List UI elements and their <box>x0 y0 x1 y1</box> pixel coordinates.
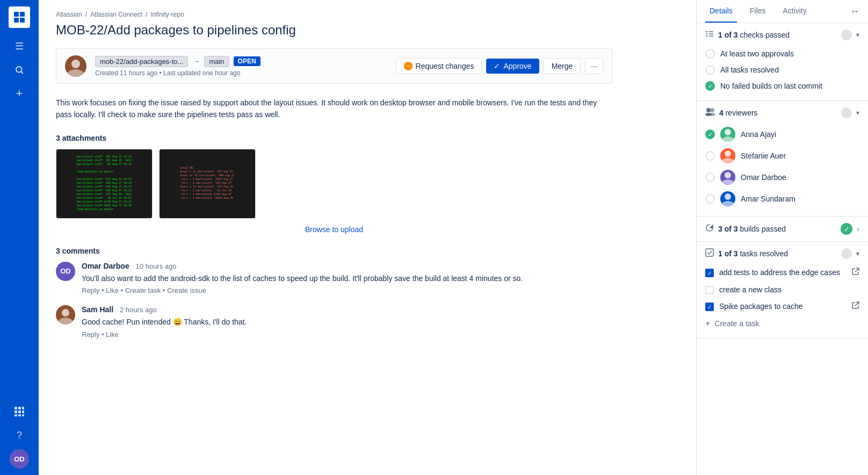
tasks-checkbox-icon <box>705 248 714 259</box>
approve-button[interactable]: ✓ Approve <box>486 59 539 74</box>
user-avatar[interactable]: OD <box>10 449 29 469</box>
comment-text-2: Good cache! Pun intended 😄 Thanks, I'll … <box>82 316 612 328</box>
svg-point-16 <box>67 69 84 77</box>
menu-icon[interactable]: ☰ <box>10 37 29 56</box>
task-link-icon-3[interactable] <box>852 301 859 311</box>
svg-point-17 <box>62 309 69 316</box>
app-logo[interactable] <box>9 6 30 28</box>
reply-link-1[interactable]: Reply <box>82 286 99 294</box>
tab-files[interactable]: Files <box>746 0 770 23</box>
comment-body-2: Sam Hall 2 hours ago Good cache! Pun int… <box>82 305 612 338</box>
attachment-2[interactable]: total 90 drwxr-x 11 barryclark 374 Aug 3… <box>159 149 256 219</box>
reviewers-list: ✓ Anna Ajayi Stefanie Auer <box>705 124 859 210</box>
breadcrumb: Atlassian / Atlassian Connect / Infinity… <box>56 11 612 18</box>
checks-chevron-icon: ▾ <box>856 31 859 39</box>
breadcrumb-connect[interactable]: Atlassian Connect <box>90 11 142 18</box>
check-label-builds: No failed builds on last commit <box>720 82 822 90</box>
tasks-title: 1 of 3 tasks resolved <box>718 249 837 258</box>
svg-point-31 <box>725 150 731 157</box>
check-circle-approvals <box>705 49 715 59</box>
reviewer-item: Omar Darboe <box>705 167 859 188</box>
search-icon[interactable] <box>10 60 29 80</box>
comments-section: 3 comments OD Omar Darboe 10 hours ago Y… <box>56 247 612 339</box>
breadcrumb-repo[interactable]: Infinity-repo <box>150 11 184 18</box>
pr-status-badge: OPEN <box>234 56 261 66</box>
browse-upload-link[interactable]: Browse to upload <box>56 225 612 234</box>
pr-meta: Created 11 hours ago • Last updated one … <box>95 69 261 77</box>
refresh-icon <box>705 224 714 234</box>
svg-rect-12 <box>15 414 17 416</box>
check-item-tasks: All tasks resolved <box>705 62 859 78</box>
reviewer-item: Amar Sundaram <box>705 188 859 210</box>
request-changes-button[interactable]: – Request changes <box>396 58 482 74</box>
reviewers-badge <box>841 107 852 118</box>
merge-button[interactable]: Merge <box>544 58 581 74</box>
task-checkbox-3[interactable]: ✓ <box>705 303 714 311</box>
comment-text-1: You'll also want to add the android-sdk … <box>82 272 612 284</box>
add-task-button[interactable]: + Create a task <box>705 315 859 332</box>
help-icon[interactable]: ? <box>10 426 29 445</box>
reviewer-status-approved: ✓ <box>705 129 715 139</box>
svg-point-4 <box>16 67 22 73</box>
like-link-1[interactable]: Like <box>106 286 119 294</box>
builds-arrow-icon: › <box>857 225 859 233</box>
right-sidebar: Details Files Activity ↔ <box>696 0 868 475</box>
apps-icon[interactable] <box>10 402 29 421</box>
task-text-3: Spike packages to cache <box>719 301 847 312</box>
reviewer-avatar-amar <box>720 191 735 206</box>
svg-point-30 <box>721 136 734 142</box>
like-link-2[interactable]: Like <box>106 330 119 339</box>
expand-icon[interactable]: ↔ <box>850 6 859 17</box>
tasks-header[interactable]: 1 of 3 tasks resolved ▾ <box>705 248 859 259</box>
reviewer-status-omar <box>705 172 715 182</box>
attachments-title: 3 attachments <box>56 134 612 142</box>
attachment-1[interactable]: barryclark staff 204 Aug 22 11:23 barryc… <box>56 149 153 219</box>
svg-point-33 <box>725 172 731 178</box>
tasks-chevron-icon: ▾ <box>856 250 859 257</box>
svg-rect-37 <box>706 249 713 256</box>
task-checkbox-2[interactable] <box>705 286 714 294</box>
reply-link-2[interactable]: Reply <box>82 330 99 339</box>
create-issue-link-1[interactable]: Create issue <box>167 286 206 294</box>
comment-actions-2: Reply • Like <box>82 330 612 339</box>
checks-header[interactable]: 1 of 3 checks passed ▾ <box>705 30 859 40</box>
create-icon[interactable]: + <box>10 84 29 103</box>
comment-author-1: Omar Darboe <box>82 262 129 270</box>
task-text-2: create a new class <box>719 285 859 296</box>
check-label-approvals: At least two approvals <box>720 49 794 58</box>
commenter-avatar-1: OD <box>56 262 75 281</box>
create-task-link-1[interactable]: Create task <box>125 286 161 294</box>
svg-rect-1 <box>20 12 25 17</box>
check-circle-tasks <box>705 65 715 75</box>
reviewers-header[interactable]: 4 reviewers ▾ <box>705 107 859 118</box>
builds-row[interactable]: 3 of 3 builds passed ✓ › <box>705 223 859 235</box>
svg-point-32 <box>721 158 734 163</box>
reviewer-name-amar: Amar Sundaram <box>741 195 795 203</box>
reviewer-avatar-omar <box>720 170 735 185</box>
sidebar-content: 1 of 3 checks passed ▾ At least two appr… <box>697 23 868 339</box>
checks-badge <box>841 30 852 40</box>
tab-details[interactable]: Details <box>705 0 737 23</box>
tasks-section: 1 of 3 tasks resolved ▾ ✓ add tests to a… <box>697 242 868 339</box>
svg-rect-9 <box>15 411 17 413</box>
task-checkbox-1[interactable]: ✓ <box>705 269 714 277</box>
tab-activity[interactable]: Activity <box>778 0 811 23</box>
svg-rect-11 <box>22 411 24 413</box>
svg-point-15 <box>71 60 80 68</box>
svg-line-39 <box>855 302 859 306</box>
breadcrumb-atlassian[interactable]: Atlassian <box>56 11 82 18</box>
svg-point-36 <box>721 201 734 206</box>
reviewers-section: 4 reviewers ▾ ✓ Anna Ajayi <box>697 101 868 217</box>
task-link-icon-1[interactable] <box>852 268 859 277</box>
reviewer-status-stefanie <box>705 151 715 161</box>
more-options-button[interactable]: ··· <box>585 58 603 74</box>
svg-rect-2 <box>14 18 19 23</box>
commenter-avatar-2 <box>56 305 75 325</box>
svg-line-5 <box>21 71 23 73</box>
comments-title: 3 comments <box>56 247 612 255</box>
comment-author-2: Sam Hall <box>82 305 113 314</box>
builds-passed-badge: ✓ <box>841 223 852 235</box>
pr-branch-info: mob-22/add-packages-to... → main OPEN Cr… <box>95 56 261 77</box>
task-item: ✓ add tests to address the edge cases <box>705 264 859 282</box>
attachments-row: barryclark staff 204 Aug 22 11:23 barryc… <box>56 149 612 219</box>
